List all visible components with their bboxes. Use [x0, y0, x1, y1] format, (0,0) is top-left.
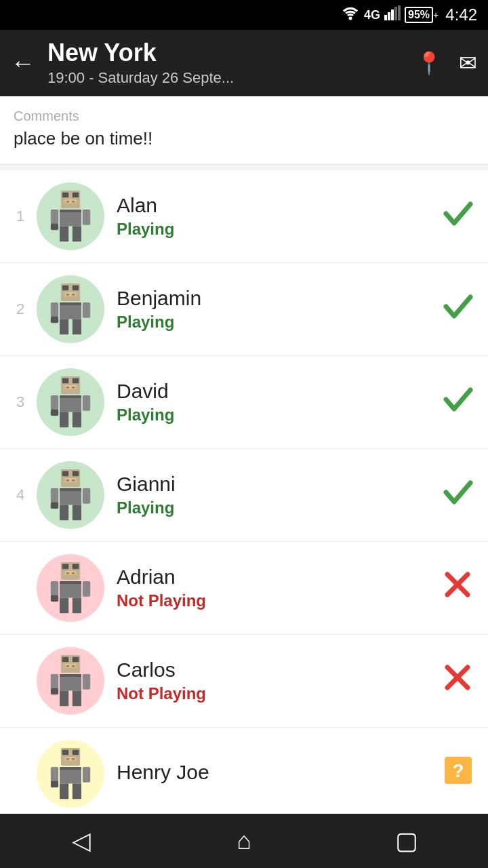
status-icon	[441, 382, 474, 422]
time-display: 4:42	[445, 5, 477, 24]
player-info: DavidPlaying	[117, 380, 441, 425]
svg-rect-3	[391, 9, 394, 20]
player-info: Henry Joe	[117, 761, 442, 787]
svg-rect-96	[73, 783, 81, 799]
svg-rect-29	[51, 316, 58, 322]
status-icon: ?	[442, 754, 474, 793]
svg-rect-47	[73, 471, 79, 476]
signal-icon	[384, 5, 401, 24]
svg-rect-36	[66, 387, 69, 389]
page-title: New York	[47, 39, 234, 66]
svg-rect-86	[73, 749, 79, 755]
player-info: AlanPlaying	[117, 194, 441, 239]
svg-rect-31	[73, 319, 81, 334]
nav-home-button[interactable]: ⌂	[203, 814, 285, 868]
svg-rect-30	[60, 319, 68, 334]
svg-rect-69	[60, 597, 68, 613]
svg-rect-33	[62, 378, 68, 383]
status-icon	[441, 660, 474, 701]
status-icon	[441, 289, 474, 330]
svg-rect-95	[60, 783, 68, 799]
svg-rect-75	[66, 665, 69, 667]
svg-rect-20	[62, 285, 68, 290]
list-item[interactable]: CarlosNot Playing	[0, 635, 488, 728]
list-item[interactable]: 3 DavidPlaying	[0, 356, 488, 449]
player-status: Playing	[117, 498, 441, 517]
svg-rect-8	[73, 192, 79, 197]
list-item[interactable]: Henry Joe ?	[0, 728, 488, 821]
svg-rect-83	[73, 690, 81, 706]
svg-rect-44	[73, 412, 81, 427]
avatar	[37, 368, 104, 436]
player-name: Adrian	[117, 566, 441, 589]
svg-rect-18	[73, 226, 81, 241]
svg-rect-52	[60, 488, 81, 491]
svg-rect-1	[384, 15, 387, 20]
svg-rect-21	[73, 285, 79, 290]
svg-rect-92	[51, 767, 58, 783]
svg-rect-15	[83, 210, 90, 225]
header-right: 📍 ✉	[415, 50, 477, 76]
location-icon[interactable]: 📍	[415, 50, 443, 76]
svg-rect-46	[62, 471, 68, 476]
svg-rect-89	[72, 758, 75, 760]
svg-rect-78	[60, 674, 81, 677]
avatar	[37, 554, 104, 622]
status-icon	[441, 196, 474, 237]
list-item[interactable]: 2 BenjaminPlaying	[0, 263, 488, 356]
list-item[interactable]: 1 AlanPlaying	[0, 170, 488, 263]
player-name: Henry Joe	[117, 761, 442, 784]
svg-rect-16	[51, 223, 58, 229]
svg-rect-17	[60, 226, 68, 241]
player-name: Benjamin	[117, 287, 441, 310]
svg-rect-34	[73, 378, 79, 383]
svg-rect-55	[51, 502, 58, 508]
player-name: Carlos	[117, 658, 441, 682]
comment-text: place be on time!!	[14, 128, 474, 149]
svg-rect-63	[72, 572, 75, 574]
wifi-icon	[341, 5, 360, 24]
svg-rect-10	[66, 201, 69, 203]
list-item[interactable]: 4 GianniPlaying	[0, 449, 488, 542]
svg-rect-43	[60, 412, 68, 427]
network-4g-icon: 4G	[364, 8, 380, 22]
player-name: Gianni	[117, 473, 441, 496]
svg-rect-5	[398, 5, 401, 20]
svg-rect-56	[60, 505, 68, 520]
mail-icon[interactable]: ✉	[459, 50, 477, 76]
svg-rect-94	[51, 781, 58, 787]
svg-rect-23	[66, 294, 69, 296]
list-item[interactable]: AdrianNot Playing	[0, 542, 488, 635]
back-button[interactable]: ←	[11, 49, 35, 77]
avatar	[37, 647, 104, 715]
svg-rect-85	[62, 749, 68, 755]
svg-rect-53	[51, 488, 58, 504]
player-name: Alan	[117, 194, 441, 217]
comment-label: Comments	[14, 108, 474, 124]
status-icon	[441, 475, 474, 515]
svg-rect-28	[83, 302, 90, 318]
svg-rect-41	[83, 395, 90, 411]
player-number: 1	[8, 208, 33, 225]
svg-rect-24	[72, 294, 75, 296]
player-number: 2	[8, 300, 33, 318]
svg-rect-54	[83, 488, 90, 504]
svg-rect-91	[60, 767, 81, 770]
svg-rect-13	[60, 210, 81, 212]
svg-rect-81	[51, 688, 58, 694]
svg-rect-65	[60, 581, 81, 584]
nav-recents-button[interactable]: ▢	[366, 814, 447, 868]
svg-point-0	[349, 17, 352, 20]
header-left: ← New York 19:00 - Saturday 26 Septe...	[11, 39, 234, 87]
svg-rect-72	[62, 656, 68, 662]
svg-rect-67	[83, 581, 90, 597]
svg-rect-66	[51, 581, 58, 597]
avatar	[37, 740, 104, 808]
event-datetime: 19:00 - Saturday 26 Septe...	[47, 69, 234, 87]
nav-back-button[interactable]: ◁	[41, 814, 122, 868]
avatar	[37, 461, 104, 529]
svg-rect-62	[66, 572, 69, 574]
player-list: 1 AlanPlaying 2	[0, 170, 488, 821]
player-info: CarlosNot Playing	[117, 658, 441, 703]
svg-rect-37	[72, 387, 75, 389]
